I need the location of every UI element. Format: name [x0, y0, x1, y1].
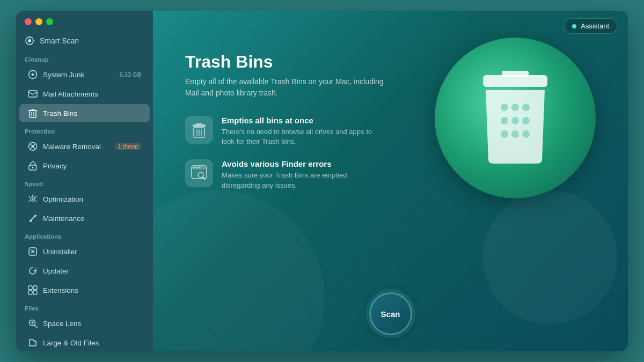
maintenance-icon	[28, 213, 38, 223]
app-window: Smart Scan Cleanup System Junk 6.33 GB M…	[16, 11, 628, 351]
svg-line-18	[29, 201, 30, 202]
svg-rect-27	[28, 291, 32, 294]
svg-point-54	[522, 104, 530, 111]
svg-rect-38	[193, 124, 206, 127]
svg-line-16	[35, 201, 36, 202]
svg-rect-6	[30, 110, 36, 117]
feature-icon-finder-errors	[185, 159, 213, 187]
sidebar-item-optimization[interactable]: Optimization	[19, 190, 150, 208]
svg-line-15	[35, 196, 36, 197]
svg-line-30	[35, 326, 38, 328]
optimization-icon	[28, 194, 38, 204]
svg-point-1	[28, 39, 31, 42]
feature-title-0: Empties all bins at once	[222, 116, 383, 125]
sidebar-item-trash-bins[interactable]: Trash Bins	[19, 104, 150, 122]
feature-icon-empties-bins	[185, 116, 213, 144]
sidebar-item-system-junk[interactable]: System Junk 6.33 GB	[19, 65, 150, 84]
svg-point-58	[501, 130, 508, 138]
sidebar-item-extensions[interactable]: Extensions	[19, 281, 150, 299]
svg-point-11	[32, 145, 34, 147]
svg-point-46	[196, 167, 198, 168]
close-button[interactable]	[25, 18, 32, 25]
assistant-label: Assistant	[581, 22, 609, 30]
trash-bins-label: Trash Bins	[43, 109, 77, 117]
sidebar: Smart Scan Cleanup System Junk 6.33 GB M…	[16, 11, 153, 351]
sidebar-item-uninstaller[interactable]: Uninstaller	[19, 242, 150, 261]
section-label-files: Files	[16, 300, 153, 314]
assistant-status-dot	[572, 24, 576, 28]
svg-point-13	[32, 167, 34, 168]
mail-attachments-label: Mail Attachments	[43, 90, 98, 98]
svg-point-52	[501, 104, 508, 111]
space-lens-label: Space Lens	[43, 320, 81, 328]
svg-point-57	[522, 117, 530, 124]
scan-button[interactable]: Scan	[369, 292, 412, 335]
large-files-icon	[28, 338, 38, 348]
system-junk-icon	[28, 70, 38, 79]
large-old-files-label: Large & Old Files	[43, 339, 99, 347]
svg-rect-26	[33, 286, 37, 290]
traffic-lights	[25, 18, 53, 25]
space-lens-icon	[28, 319, 38, 328]
system-junk-size: 6.33 GB	[120, 71, 141, 78]
svg-rect-25	[28, 286, 32, 290]
minimize-button[interactable]	[35, 18, 42, 25]
sidebar-item-updater[interactable]: Updater	[19, 262, 150, 280]
smart-scan-icon	[25, 36, 34, 46]
section-label-speed: Speed	[16, 175, 153, 189]
feature-desc-0: There's no need to browse all drives and…	[222, 127, 383, 146]
svg-point-56	[511, 117, 519, 124]
svg-point-47	[199, 167, 201, 168]
feature-title-1: Avoids various Finder errors	[222, 159, 383, 168]
sidebar-item-large-old-files[interactable]: Large & Old Files	[19, 334, 150, 351]
sidebar-item-maintenance[interactable]: Maintenance	[19, 209, 150, 227]
sidebar-item-malware-removal[interactable]: Malware Removal 1 threat	[19, 137, 150, 156]
section-label-protection: Protection	[16, 123, 153, 137]
uninstaller-label: Uninstaller	[43, 248, 77, 256]
malware-threat-badge: 1 threat	[115, 143, 141, 150]
sidebar-item-mail-attachments[interactable]: Mail Attachments	[19, 85, 150, 103]
trash-bins-icon	[28, 108, 38, 118]
svg-point-20	[32, 198, 34, 200]
privacy-icon	[28, 161, 38, 171]
extensions-icon	[28, 285, 38, 295]
svg-rect-5	[28, 91, 37, 97]
svg-line-17	[29, 196, 30, 197]
svg-point-55	[501, 117, 508, 124]
privacy-label: Privacy	[43, 162, 67, 170]
assistant-button[interactable]: Assistant	[564, 18, 617, 34]
svg-point-59	[511, 130, 519, 138]
page-subtitle: Empty all of the available Trash Bins on…	[185, 76, 389, 99]
svg-point-60	[522, 130, 530, 138]
trash-illustration	[435, 38, 596, 198]
feature-text-0: Empties all bins at once There's no need…	[222, 116, 383, 146]
system-junk-label: System Junk	[43, 71, 84, 79]
mail-icon	[28, 89, 38, 99]
extensions-label: Extensions	[43, 286, 78, 294]
smart-scan-label: Smart Scan	[40, 36, 79, 45]
feature-text-1: Avoids various Finder errors Makes sure …	[222, 159, 383, 190]
sidebar-item-space-lens[interactable]: Space Lens	[19, 314, 150, 333]
malware-removal-label: Malware Removal	[43, 143, 101, 151]
svg-point-45	[194, 167, 195, 168]
svg-rect-28	[33, 291, 37, 294]
scan-button-wrapper: Scan	[369, 282, 412, 335]
optimization-label: Optimization	[43, 195, 83, 203]
section-label-cleanup: Cleanup	[16, 51, 153, 65]
malware-icon	[28, 142, 38, 151]
maintenance-label: Maintenance	[43, 215, 84, 223]
svg-point-21	[30, 220, 32, 222]
maximize-button[interactable]	[46, 18, 53, 25]
uninstaller-icon	[28, 247, 38, 256]
main-panel: Assistant Trash Bins Empty all of the av…	[153, 11, 628, 351]
section-label-applications: Applications	[16, 228, 153, 242]
svg-point-53	[511, 104, 519, 111]
topbar: Assistant	[153, 11, 628, 41]
feature-desc-1: Makes sure your Trash Bins are emptied d…	[222, 171, 383, 190]
svg-rect-51	[502, 71, 529, 77]
bg-decoration-2	[483, 190, 617, 324]
updater-icon	[28, 266, 38, 276]
updater-label: Updater	[43, 267, 69, 275]
sidebar-item-smart-scan[interactable]: Smart Scan	[16, 31, 153, 51]
sidebar-item-privacy[interactable]: Privacy	[19, 157, 150, 175]
